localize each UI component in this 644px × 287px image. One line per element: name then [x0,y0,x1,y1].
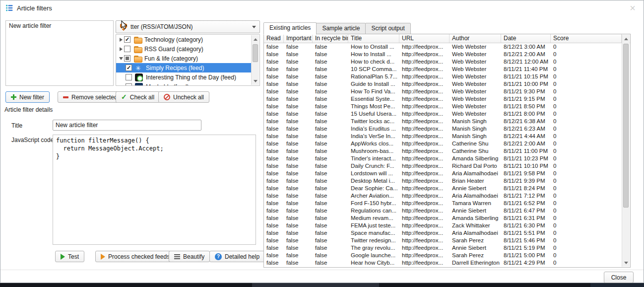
table-row[interactable]: falsefalsefalseGoogle launche...http://f… [264,252,622,259]
table-cell: false [284,162,313,170]
table-row[interactable]: falsefalsefalseLordstown will ...http://… [264,170,622,177]
tree-item[interactable]: Mashable (feed) [116,82,251,86]
table-cell: Mushroom-bas... [348,147,399,155]
table-row[interactable]: falsefalsefalseThe gray revolu...http://… [264,244,622,252]
column-header-title[interactable]: Title [348,34,399,43]
table-row[interactable]: falsefalsefalseHow To Find Va...http://f… [264,88,622,95]
tree-item[interactable]: Technology (category) [116,35,251,44]
table-row[interactable]: falsefalsefalseAppWorks clos...http://fe… [264,140,622,147]
column-header-read[interactable]: Read [264,34,284,43]
table-cell: 0 [551,155,622,162]
javascript-code-editor[interactable]: function filterMessage() { return Messag… [53,135,256,245]
table-row[interactable]: falsefalsefalseMedium revam...http://fee… [264,215,622,222]
table-row[interactable]: falsefalsefalseSpace manufac...http://fe… [264,229,622,237]
table-row[interactable]: falsefalsefalseEssential Syste...http://… [264,95,622,103]
expander-icon[interactable] [118,46,124,52]
table-cell: 0 [551,88,622,95]
checkbox-checked[interactable] [126,65,132,71]
checkbox-unchecked[interactable] [124,46,130,52]
table-cell: Amanda Silberling [450,155,501,162]
column-header-score[interactable]: Score [551,34,622,43]
table-cell: 8/11/21 6:52 PM [501,200,551,207]
title-input[interactable] [53,120,201,131]
expander-icon[interactable] [118,56,124,62]
account-combo[interactable]: tter (RSS/ATOM/JSON) [116,20,260,33]
scroll-up-icon[interactable] [252,35,259,43]
table-cell: http://feedprox... [399,110,450,118]
checkbox-unchecked[interactable] [126,83,132,86]
tree-item[interactable]: Simply Recipes (feed) [116,63,251,72]
table-row[interactable]: falsefalsefalseFEMA just teste...http://… [264,222,622,229]
check-all-button[interactable]: Check all [116,91,160,103]
uncheck-all-button[interactable]: Uncheck all [158,91,209,103]
table-cell: false [264,244,284,252]
table-cell: false [313,103,348,110]
remove-selected-button[interactable]: Remove selected [58,91,123,103]
column-header-in-recycle-bin[interactable]: In recycle bin [313,34,348,43]
new-filter-button[interactable]: New filter [5,91,50,103]
table-cell: false [264,110,284,118]
table-row[interactable]: falsefalsefalseMushroom-bas...http://fee… [264,147,622,155]
column-header-url[interactable]: URL [399,34,450,43]
detailed-help-button[interactable]: Detailed help [209,251,265,262]
scroll-up-icon[interactable] [622,35,630,43]
table-scrollbar[interactable] [622,35,630,267]
scroll-down-icon[interactable] [252,77,259,85]
column-header-author[interactable]: Author [450,34,501,43]
checkbox-partial[interactable] [124,55,130,62]
test-label: Test [68,253,79,260]
beautify-button[interactable]: Beautify [169,251,210,262]
checkbox-unchecked[interactable] [126,74,132,80]
close-button[interactable]: Close [604,272,634,283]
table-row[interactable]: falsefalsefalseHow to check d...http://f… [264,58,622,66]
table-row[interactable]: falsefalsefalseHear how Cityb...http://f… [264,259,622,267]
table-row[interactable]: falsefalsefalseTinder's interact...http:… [264,155,622,162]
tree-scrollbar[interactable] [251,35,259,85]
tab-script-output[interactable]: Script output [365,23,410,34]
process-checked-feeds-button[interactable]: Process checked feeds [95,251,175,262]
table-row[interactable]: falsefalsefalse15 Useful Usera...http://… [264,110,622,118]
expander-icon[interactable] [118,37,124,43]
tab-sample-article[interactable]: Sample article [316,23,366,34]
table-row[interactable]: falsefalsefalseHow to Onstall ...http://… [264,43,622,51]
column-header-date[interactable]: Date [501,34,551,43]
table-row[interactable]: falsefalsefalseDaily Crunch: F...http://… [264,162,622,170]
table-cell: Web Webster [450,43,501,51]
tree-item[interactable]: Fun & life (category) [116,54,251,63]
filter-list-item[interactable]: New article filter [6,21,113,31]
table-row[interactable]: falsefalsefalseRationalPlan 5.7...http:/… [264,73,622,80]
table-cell: 8/12/21 4:44 AM [501,133,551,140]
table-cell: false [264,43,284,51]
table-row[interactable]: falsefalsefalseIndia's VerSe In...http:/… [264,133,622,140]
table-row[interactable]: falsefalsefalseDesktop Metal i...http://… [264,177,622,185]
scroll-down-icon[interactable] [622,259,630,267]
tree-scrollbar-thumb[interactable] [253,44,258,62]
table-scrollbar-thumb[interactable] [623,44,629,208]
checkmark-icon [121,93,127,101]
table-row[interactable]: falsefalsefalseDear Sophie: Ca...http://… [264,185,622,192]
close-icon[interactable]: × [627,3,639,13]
table-row[interactable]: falsefalsefalseThings Most Pe...http://f… [264,103,622,110]
table-cell: false [264,252,284,259]
column-header-important[interactable]: Important [284,34,313,43]
table-row[interactable]: falsefalsefalseFord F-150 hybr...http://… [264,200,622,207]
checkbox-checked[interactable] [124,36,130,43]
table-cell: false [313,95,348,103]
test-button[interactable]: Test [55,251,84,262]
table-cell: false [284,222,313,229]
table-row[interactable]: falsefalsefalseTwitter locks ac...http:/… [264,118,622,125]
table-row[interactable]: falsefalsefalseTwitter redesign...http:/… [264,237,622,244]
table-row[interactable]: falsefalsefalseIndia's Eruditus ...http:… [264,125,622,133]
table-cell: http://feedprox... [399,103,450,110]
table-row[interactable]: falsefalsefalseHow to Install ...http://… [264,51,622,58]
table-row[interactable]: falsefalsefalseGuide to Install ...http:… [264,80,622,88]
table-row[interactable]: falsefalsefalseRegulations can...http://… [264,207,622,215]
table-row[interactable]: falsefalsefalse10 SCP Comma...http://fee… [264,66,622,73]
table-cell: false [313,252,348,259]
table-cell: false [313,147,348,155]
article-filter-details-header: Article filter details [4,106,53,113]
tree-item[interactable]: RSS Guard (category) [116,44,251,54]
tab-existing-articles[interactable]: Existing articles [263,22,317,35]
table-row[interactable]: falsefalsefalseArcher Aviation...http://… [264,192,622,200]
tree-item[interactable]: Interesting Thing of the Day (feed) [116,72,251,82]
